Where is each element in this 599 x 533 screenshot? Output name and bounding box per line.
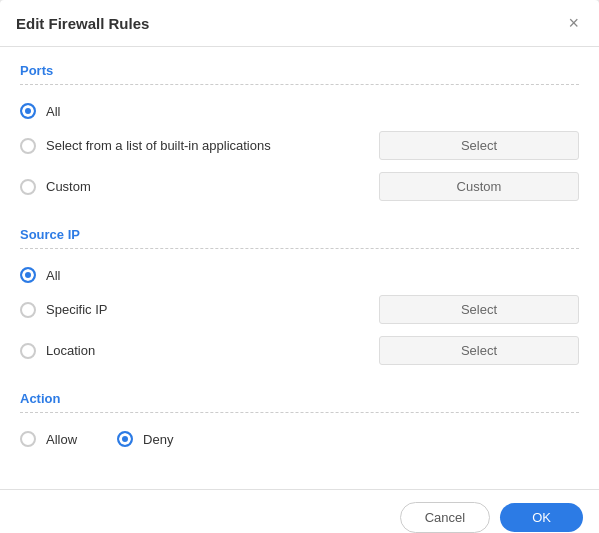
ports-builtin-label: Select from a list of built-in applicati… bbox=[46, 138, 379, 153]
ports-builtin-row: Select from a list of built-in applicati… bbox=[20, 125, 579, 166]
ports-builtin-radio[interactable] bbox=[20, 138, 36, 154]
action-deny-row: Deny bbox=[117, 431, 173, 447]
ip-location-select-button[interactable]: Select bbox=[379, 336, 579, 365]
ports-section-title: Ports bbox=[20, 63, 579, 78]
source-ip-section: Source IP All Specific IP Select Locatio… bbox=[20, 227, 579, 371]
ip-location-radio[interactable] bbox=[20, 343, 36, 359]
ports-section: Ports All Select from a list of built-in… bbox=[20, 63, 579, 207]
ip-specific-label: Specific IP bbox=[46, 302, 379, 317]
ip-all-row: All bbox=[20, 261, 579, 289]
action-deny-label: Deny bbox=[143, 432, 173, 447]
action-title: Action bbox=[20, 391, 579, 406]
ip-location-row: Location Select bbox=[20, 330, 579, 371]
ok-button[interactable]: OK bbox=[500, 503, 583, 532]
action-allow-label: Allow bbox=[46, 432, 77, 447]
action-allow-row: Allow bbox=[20, 431, 77, 447]
close-button[interactable]: × bbox=[564, 12, 583, 34]
ports-builtin-select-button[interactable]: Select bbox=[379, 131, 579, 160]
action-section: Action Allow Deny bbox=[20, 391, 579, 453]
ip-specific-select-button[interactable]: Select bbox=[379, 295, 579, 324]
dialog-footer: Cancel OK bbox=[0, 489, 599, 533]
ports-divider bbox=[20, 84, 579, 85]
source-ip-title: Source IP bbox=[20, 227, 579, 242]
ip-all-radio[interactable] bbox=[20, 267, 36, 283]
source-ip-divider bbox=[20, 248, 579, 249]
cancel-button[interactable]: Cancel bbox=[400, 502, 490, 533]
dialog-body: Ports All Select from a list of built-in… bbox=[0, 47, 599, 489]
ports-custom-button[interactable]: Custom bbox=[379, 172, 579, 201]
ip-all-label: All bbox=[46, 268, 579, 283]
ports-all-row: All bbox=[20, 97, 579, 125]
ports-custom-row: Custom Custom bbox=[20, 166, 579, 207]
ports-custom-radio[interactable] bbox=[20, 179, 36, 195]
ip-location-label: Location bbox=[46, 343, 379, 358]
ports-all-radio[interactable] bbox=[20, 103, 36, 119]
dialog-title: Edit Firewall Rules bbox=[16, 15, 149, 32]
action-divider bbox=[20, 412, 579, 413]
edit-firewall-dialog: Edit Firewall Rules × Ports All Select f… bbox=[0, 0, 599, 533]
ip-specific-row: Specific IP Select bbox=[20, 289, 579, 330]
action-allow-radio[interactable] bbox=[20, 431, 36, 447]
action-deny-radio[interactable] bbox=[117, 431, 133, 447]
ip-specific-radio[interactable] bbox=[20, 302, 36, 318]
dialog-header: Edit Firewall Rules × bbox=[0, 0, 599, 47]
ports-all-label: All bbox=[46, 104, 579, 119]
ports-custom-label: Custom bbox=[46, 179, 379, 194]
